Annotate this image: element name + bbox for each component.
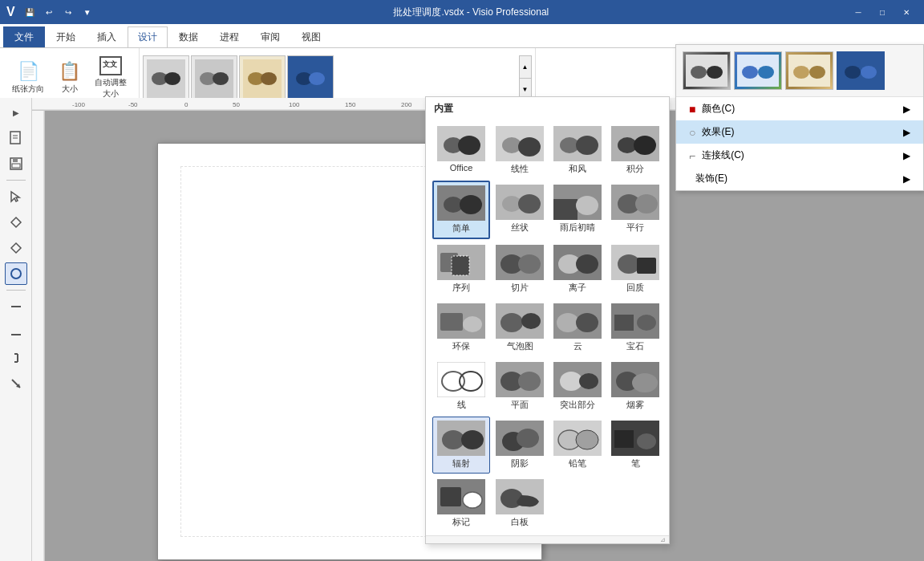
pointer-tool-button[interactable] [5,185,27,208]
minimize-button[interactable]: ─ [847,5,869,19]
effect-label: 效果(E) [702,125,734,139]
line2-tool-button[interactable] [5,321,27,344]
undo-icon[interactable]: ↩ [41,4,57,20]
right-menu-connector[interactable]: ⌐ 连接线(C) ▶ [676,144,923,167]
theme-item-whiteboard[interactable]: 白板 [492,475,548,532]
save-icon[interactable]: 💾 [22,4,38,20]
theme-label-bubble: 气泡图 [507,340,533,352]
tab-file[interactable]: 文件 [3,26,45,47]
svg-point-19 [793,66,809,79]
theme-swatch-3[interactable] [239,55,286,102]
paper-size-icon: 📋 [59,61,80,82]
right-menu-decoration[interactable]: 装饰(E) ▶ [676,167,923,190]
auto-fit-button[interactable]: 文文 自动调整大小 [89,52,132,104]
dropdown-resize-handle[interactable]: ⊿ [426,535,669,543]
theme-preview-line2 [437,362,485,397]
right-menu-effect[interactable]: ○ 效果(E) ▶ [676,120,923,144]
circle-tool-button[interactable] [5,262,27,285]
theme-item-rain[interactable]: 雨后初晴 [549,181,606,239]
paper-direction-label: 纸张方向 [12,83,44,95]
theme-swatch-1[interactable] [143,55,189,102]
effect-arrow-icon: ▶ [903,127,910,138]
theme-item-smoke[interactable]: 烟雾 [607,358,663,415]
bracket-tool-button[interactable] [5,347,27,369]
left-panel: ▶ [0,98,32,561]
theme-item-integral[interactable]: 积分 [607,122,663,179]
svg-rect-97 [440,487,461,506]
quick-access-toolbar: V 💾 ↩ ↪ ▼ [6,4,95,20]
theme-item-sequence[interactable]: 序列 [432,241,490,298]
theme-scroll-up[interactable]: ▲ [520,56,531,79]
arrow-tool-button[interactable] [5,372,27,395]
paper-size-button[interactable]: 📋 大小 [53,52,86,104]
theme-label-rain: 雨后初晴 [560,222,595,234]
theme-item-parallel[interactable]: 平行 [607,181,663,239]
svg-rect-61 [440,313,463,331]
redo-icon[interactable]: ↪ [60,4,76,20]
page-button[interactable] [5,127,27,149]
arrow-icon [10,377,22,390]
theme-item-gem[interactable]: 宝石 [607,299,663,356]
tab-process[interactable]: 进程 [209,26,249,47]
theme-preview-eco [437,303,485,339]
theme-swatch-2[interactable] [191,55,237,102]
svg-rect-129 [32,111,45,561]
svg-point-83 [632,373,658,392]
svg-point-64 [500,313,523,332]
svg-rect-72 [437,362,485,397]
svg-rect-70 [614,315,634,331]
theme-item-simple[interactable]: 简单 [432,181,490,239]
top-swatch-4[interactable] [837,51,885,90]
theme-item-line2[interactable]: 线 [432,358,490,415]
top-swatch-2[interactable] [734,51,782,90]
theme-item-pencil[interactable]: 铅笔 [549,417,606,474]
paper-direction-button[interactable]: 📄 纸张方向 [6,52,50,104]
tab-data[interactable]: 数据 [168,26,209,47]
svg-text:-50: -50 [128,101,138,108]
theme-item-shadow[interactable]: 阴影 [492,417,548,474]
theme-item-silk[interactable]: 丝状 [492,181,548,239]
right-menu-color[interactable]: ■ 颜色(C) ▶ [676,97,923,120]
svg-point-65 [521,313,541,329]
theme-item-cloud[interactable]: 云 [549,299,606,356]
theme-item-protrude[interactable]: 突出部分 [549,358,606,415]
theme-item-radiation[interactable]: 辐射 [432,417,490,474]
theme-item-eco[interactable]: 环保 [432,299,490,356]
expand-panel-button[interactable]: ▶ [5,101,27,124]
tab-view[interactable]: 视图 [291,26,331,47]
theme-item-office[interactable]: Office [432,122,490,179]
theme-preview-sequence [437,245,485,280]
theme-item-bubble[interactable]: 气泡图 [492,299,548,356]
theme-item-flat[interactable]: 平面 [492,358,548,415]
theme-item-line[interactable]: 线性 [492,122,548,179]
customize-qat-icon[interactable]: ▼ [79,4,95,20]
diamond2-tool-button[interactable] [5,237,27,259]
tab-home[interactable]: 开始 [46,26,86,47]
top-swatch-1[interactable] [683,51,731,90]
theme-item-recycle[interactable]: 回质 [607,241,663,298]
svg-text:-100: -100 [72,101,86,108]
save-small-button[interactable] [5,152,27,175]
theme-scrollbar[interactable]: ▲ ▼ [519,55,532,102]
theme-item-slice[interactable]: 切片 [492,241,548,298]
svg-point-62 [463,316,482,332]
close-button[interactable]: ✕ [895,5,918,19]
maximize-button[interactable]: □ [871,5,894,19]
auto-fit-label: 自动调整大小 [95,77,127,100]
diamond-tool-button[interactable] [5,211,27,234]
top-swatch-3[interactable] [785,51,833,90]
line-tool-button[interactable] [5,295,27,318]
theme-preview-bubble [496,303,544,339]
tab-insert[interactable]: 插入 [87,26,127,47]
tab-review[interactable]: 审阅 [250,26,290,47]
theme-item-ion[interactable]: 离子 [549,241,606,298]
theme-item-pen[interactable]: 笔 [607,417,663,474]
theme-item-marker[interactable]: 标记 [432,475,490,532]
theme-swatch-4[interactable] [287,55,334,102]
theme-item-harmony[interactable]: 和风 [549,122,606,179]
tab-design[interactable]: 设计 [128,26,168,47]
right-panel-swatches [676,45,923,97]
theme-label-radiation: 辐射 [452,457,470,470]
theme-label-silk: 丝状 [511,222,529,234]
theme-preview-pen [611,421,659,456]
